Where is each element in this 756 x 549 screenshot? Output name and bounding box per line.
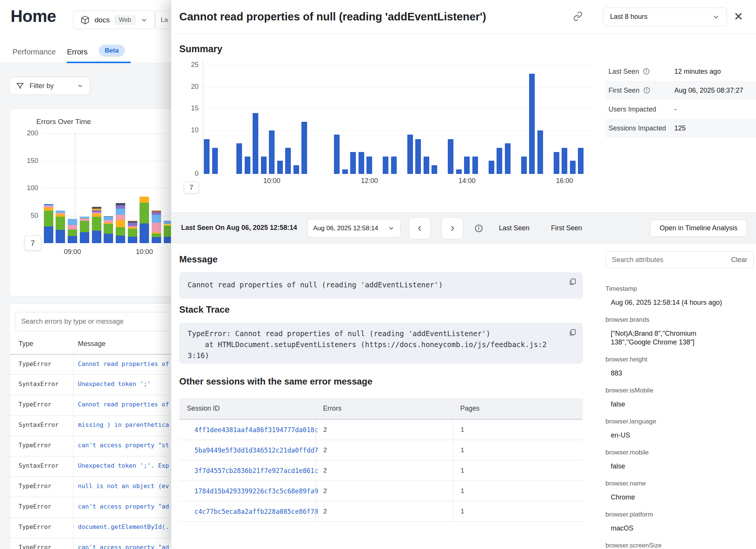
- page-title: Home: [11, 7, 56, 26]
- bar[interactable]: [432, 165, 437, 174]
- bar[interactable]: [269, 130, 275, 174]
- tab-errors[interactable]: Errors: [67, 48, 87, 56]
- error-message-link[interactable]: missing ) in parenthetica: [78, 421, 169, 428]
- bar[interactable]: [464, 157, 470, 174]
- error-message-link[interactable]: Unexpected token ';'. Exp: [78, 462, 169, 469]
- error-message-link[interactable]: Cannot read properties of: [78, 401, 169, 408]
- bar[interactable]: [578, 148, 584, 174]
- session-id-link[interactable]: 5ba9449e5f3dd1d346512c21da0ffdd7: [187, 440, 318, 460]
- stacked-bar[interactable]: [44, 204, 53, 243]
- error-message-link[interactable]: document.getElementById(.: [78, 523, 169, 530]
- bar[interactable]: [537, 130, 543, 174]
- bar[interactable]: [245, 157, 250, 174]
- copy-icon[interactable]: [568, 328, 577, 337]
- error-message-link[interactable]: null is not an object (ev: [78, 482, 169, 490]
- stacked-bar[interactable]: [80, 217, 89, 243]
- error-message-link[interactable]: Cannot read properties of: [78, 360, 169, 368]
- bar[interactable]: [505, 143, 511, 174]
- bar[interactable]: [334, 135, 340, 174]
- x-axis-tick-label: 10:00: [136, 248, 153, 256]
- info-icon[interactable]: [643, 87, 650, 94]
- bar[interactable]: [554, 152, 559, 174]
- attribute-value[interactable]: ["Not)A;Brand 8","Chromium 138","Google …: [605, 329, 736, 347]
- open-timeline-analysis-button[interactable]: Open in Timeline Analysis: [650, 220, 747, 237]
- copy-icon[interactable]: [568, 278, 577, 286]
- stacked-bar[interactable]: [152, 211, 161, 243]
- jump-first-seen[interactable]: First Seen: [551, 224, 582, 232]
- error-message-link[interactable]: Unexpected token ';': [78, 380, 151, 388]
- stacked-bar[interactable]: [104, 216, 113, 243]
- x-axis-tick-label: 10:00: [263, 177, 280, 185]
- errors-count: 2: [323, 487, 327, 495]
- attribute-value[interactable]: macOS: [605, 524, 736, 533]
- attribute-value[interactable]: Chrome: [605, 493, 736, 502]
- bar[interactable]: [424, 157, 429, 174]
- session-id-cell: 4ff1dee4381aaf4a86f3194777da018c: [179, 420, 315, 440]
- bar[interactable]: [456, 169, 462, 174]
- info-icon[interactable]: [474, 224, 483, 233]
- filter-by-button[interactable]: Filter by: [9, 77, 90, 95]
- bar[interactable]: [497, 148, 502, 174]
- clear-button[interactable]: Clear: [731, 256, 747, 264]
- bar[interactable]: [204, 139, 210, 174]
- bar[interactable]: [342, 169, 348, 174]
- attribute-value[interactable]: en-US: [605, 431, 736, 440]
- stacked-bar[interactable]: [68, 219, 77, 243]
- bar[interactable]: [350, 152, 356, 174]
- close-icon[interactable]: ✕: [734, 10, 743, 23]
- bar[interactable]: [301, 122, 307, 174]
- bar[interactable]: [529, 74, 535, 174]
- session-id-link[interactable]: c4c77bc5eca8a2affb228a085ce86f78: [187, 501, 318, 521]
- bar[interactable]: [293, 165, 299, 174]
- search-attributes-input[interactable]: [612, 256, 731, 264]
- bar[interactable]: [407, 135, 413, 174]
- session-id-link[interactable]: 3f7d4557cb2836b21f7e927acd1e861c: [187, 461, 318, 481]
- attribute-key: browser.height: [605, 356, 756, 363]
- bar[interactable]: [261, 157, 267, 174]
- next-occurrence-button[interactable]: [441, 217, 463, 239]
- bar-segment: [44, 226, 53, 243]
- stat-row: First SeenAug 06, 2025 08:37:27: [605, 81, 756, 100]
- time-range-select[interactable]: Last 8 hours: [603, 8, 727, 26]
- bar[interactable]: [472, 157, 478, 174]
- error-type: SyntaxError: [19, 462, 59, 469]
- stacked-bar[interactable]: [128, 221, 137, 243]
- bar[interactable]: [359, 152, 364, 174]
- info-icon[interactable]: [643, 68, 650, 75]
- bar[interactable]: [277, 161, 283, 174]
- stacked-bar[interactable]: [56, 211, 65, 243]
- bar[interactable]: [285, 148, 291, 174]
- bar[interactable]: [521, 157, 527, 174]
- bar[interactable]: [448, 139, 453, 174]
- chevron-down-icon: [388, 225, 395, 232]
- attribute-value[interactable]: false: [605, 462, 736, 471]
- summary-gridline: [203, 65, 593, 65]
- stacked-bar[interactable]: [116, 203, 125, 243]
- error-message-link[interactable]: can't access property "ad: [78, 503, 169, 510]
- attribute-value[interactable]: 883: [605, 369, 736, 378]
- bar[interactable]: [236, 143, 242, 174]
- bar[interactable]: [253, 113, 258, 174]
- occurrence-date-select[interactable]: Aug 06, 2025 12:58:14: [307, 219, 401, 237]
- tab-performance[interactable]: Performance: [12, 48, 56, 56]
- attribute-value[interactable]: Aug 06, 2025 12:58:14 (4 hours ago): [605, 298, 736, 307]
- bar[interactable]: [562, 148, 567, 174]
- jump-last-seen[interactable]: Last Seen: [499, 224, 529, 232]
- bar[interactable]: [383, 157, 388, 174]
- y-axis-tick-label: 150: [16, 157, 38, 165]
- bar[interactable]: [570, 161, 576, 174]
- attribute-value[interactable]: false: [605, 400, 736, 409]
- previous-occurrence-button[interactable]: [409, 217, 431, 239]
- bar[interactable]: [391, 157, 397, 174]
- bar[interactable]: [415, 139, 421, 174]
- stacked-bar[interactable]: [92, 207, 101, 243]
- bar[interactable]: [489, 161, 494, 174]
- error-message-link[interactable]: can't access property "st: [78, 442, 169, 449]
- bar[interactable]: [366, 157, 372, 174]
- session-id-link[interactable]: 4ff1dee4381aaf4a86f3194777da018c: [187, 420, 318, 440]
- project-selector[interactable]: docs Web: [73, 11, 155, 29]
- error-message-link[interactable]: can't access property "ad: [78, 544, 169, 549]
- session-id-link[interactable]: 1784d15b4293399226cf3c5c68e89fa9: [187, 481, 318, 501]
- bar[interactable]: [212, 148, 218, 174]
- stacked-bar[interactable]: [140, 197, 149, 243]
